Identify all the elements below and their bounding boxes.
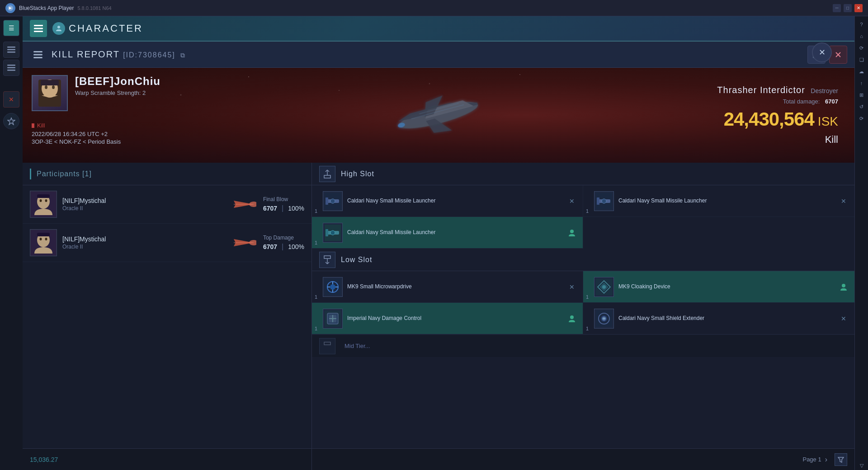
- kr-title: KILL REPORT [ID:7308645] ⧉: [52, 49, 186, 60]
- module-name-hs-2: Caldari Navy Small Missile Launcher: [618, 197, 834, 205]
- copy-id-icon[interactable]: ⧉: [180, 52, 186, 59]
- rs-copy-icon[interactable]: ❏: [857, 55, 866, 64]
- kr-header: KILL REPORT [ID:7308645] ⧉: [23, 42, 854, 68]
- module-qty-hs-2: 1: [586, 208, 589, 214]
- module-cell-ls-4: 1: [583, 303, 854, 334]
- svg-point-69: [330, 230, 335, 235]
- module-action-ls-2[interactable]: [838, 282, 849, 292]
- module-name-ls-1: MK9 Small Microwarpdrive: [347, 283, 562, 291]
- module-img-hs-3: [323, 223, 343, 243]
- kr-close-button[interactable]: [829, 46, 847, 64]
- char-menu-button[interactable]: [30, 20, 47, 37]
- rs-filter-icon[interactable]: ▽: [857, 461, 866, 470]
- char-title: CHARACTER: [69, 23, 143, 34]
- svg-rect-13: [33, 51, 42, 52]
- sidebar-close-button[interactable]: ✕: [3, 91, 19, 108]
- module-qty-ls-2: 1: [586, 294, 589, 300]
- low-slot-header: Low Slot: [312, 249, 854, 271]
- rs-grid-icon[interactable]: ⊞: [857, 90, 866, 99]
- svg-rect-60: [326, 197, 328, 205]
- rs-sync-icon[interactable]: ⟳: [857, 114, 866, 123]
- module-qty-ls-4: 1: [586, 326, 589, 331]
- player-avatar: [32, 75, 68, 111]
- left-sidebar: ☰ ✕: [0, 16, 23, 470]
- restore-button[interactable]: □: [844, 4, 852, 12]
- svg-rect-42: [37, 194, 50, 198]
- svg-point-12: [57, 26, 60, 28]
- participant-row-1[interactable]: [NILF]Mystichal Oracle II: [23, 185, 311, 224]
- low-slot-grid: 1: [312, 271, 854, 334]
- participant-avatar-2: [30, 229, 57, 256]
- module-action-ls-4[interactable]: ✕: [838, 313, 849, 324]
- svg-point-48: [40, 238, 42, 240]
- module-name-ls-3: Imperial Navy Damage Control: [347, 315, 562, 322]
- module-action-hs-2[interactable]: ✕: [838, 196, 849, 207]
- participant-row-2[interactable]: [NILF]Mystichal Oracle II: [23, 224, 311, 262]
- rs-refresh-icon[interactable]: ⟳: [857, 43, 866, 52]
- module-action-hs-3[interactable]: [566, 227, 577, 238]
- window-close-button[interactable]: ✕: [812, 42, 832, 62]
- svg-rect-100: [324, 342, 330, 345]
- module-action-ls-1[interactable]: ✕: [566, 282, 577, 292]
- filter-button[interactable]: [835, 453, 847, 466]
- module-cell-hs-2: 1 Caldari Navy Small Missile Launcher: [583, 185, 854, 217]
- participants-title: Participants [1]: [37, 170, 92, 178]
- kr-menu-button[interactable]: [30, 47, 46, 63]
- ship-icon-1: [231, 193, 258, 216]
- sidebar-menu-button[interactable]: ☰: [3, 20, 19, 36]
- svg-point-85: [602, 285, 606, 289]
- low-slot-icon: [319, 252, 335, 268]
- app-version: 5.8.0.1081 N64: [77, 5, 111, 11]
- ship-svg: [353, 72, 524, 158]
- modules-spacer: [312, 357, 854, 448]
- sidebar-star-button[interactable]: [3, 113, 19, 129]
- participant-name-1: [NILF]Mystichal: [62, 197, 225, 204]
- low-slot-title: Low Slot: [341, 256, 372, 264]
- more-label: Mid Tier...: [344, 343, 370, 349]
- module-qty-hs-1: 1: [315, 208, 317, 214]
- module-qty-hs-3: 1: [315, 240, 317, 245]
- module-action-ls-3[interactable]: [566, 313, 577, 324]
- participants-header: Participants [1]: [23, 163, 311, 185]
- svg-rect-7: [7, 70, 15, 71]
- rs-help-icon[interactable]: ?: [857, 20, 866, 29]
- warp-strength: Warp Scramble Strength: 2: [75, 89, 160, 96]
- svg-rect-14: [33, 54, 42, 55]
- module-qty-ls-1: 1: [315, 294, 317, 300]
- svg-point-92: [570, 315, 574, 319]
- rs-up-icon[interactable]: ↑: [857, 79, 866, 88]
- svg-rect-9: [34, 25, 43, 26]
- kill-tag: Kill: [32, 122, 160, 129]
- minimize-button[interactable]: ─: [833, 4, 841, 12]
- module-img-ls-4: [594, 309, 614, 329]
- main-split: Participants [1]: [23, 163, 854, 470]
- svg-rect-4: [7, 52, 15, 53]
- sidebar-item-2[interactable]: [3, 60, 19, 76]
- svg-rect-15: [33, 57, 42, 58]
- high-slot-title: High Slot: [341, 170, 374, 178]
- module-cell-hs-1: 1 Caldari Navy Small Missile Launcher: [312, 185, 583, 217]
- svg-rect-10: [34, 28, 43, 29]
- participants-panel: Participants [1]: [23, 163, 312, 470]
- svg-rect-64: [597, 197, 599, 205]
- avatar-row: [BEEF]JonChiu Warp Scramble Strength: 2: [32, 75, 160, 111]
- sidebar-item-1[interactable]: [3, 42, 19, 58]
- svg-point-49: [45, 238, 47, 240]
- rs-rotate-icon[interactable]: ↺: [857, 102, 866, 111]
- high-slot-icon: [319, 166, 335, 182]
- damage-label: Total damage: 6707: [783, 98, 838, 105]
- page-next-button[interactable]: ›: [825, 456, 827, 464]
- svg-rect-3: [7, 49, 15, 51]
- high-slot-header: High Slot: [312, 163, 854, 185]
- module-img-ls-3: [323, 309, 343, 329]
- rs-home-icon[interactable]: ⌂: [857, 32, 866, 41]
- module-action-hs-1[interactable]: ✕: [566, 196, 577, 207]
- module-name-ls-2: MK9 Cloaking Device: [618, 283, 834, 291]
- svg-rect-71: [324, 256, 330, 258]
- svg-point-65: [602, 199, 606, 203]
- rs-cloud-icon[interactable]: ☁: [857, 67, 866, 76]
- kill-report: KILL REPORT [ID:7308645] ⧉: [23, 42, 854, 470]
- module-name-ls-4: Caldari Navy Small Shield Extender: [618, 315, 834, 322]
- close-app-button[interactable]: ✕: [854, 4, 863, 12]
- character-bar: CHARACTER: [23, 16, 854, 42]
